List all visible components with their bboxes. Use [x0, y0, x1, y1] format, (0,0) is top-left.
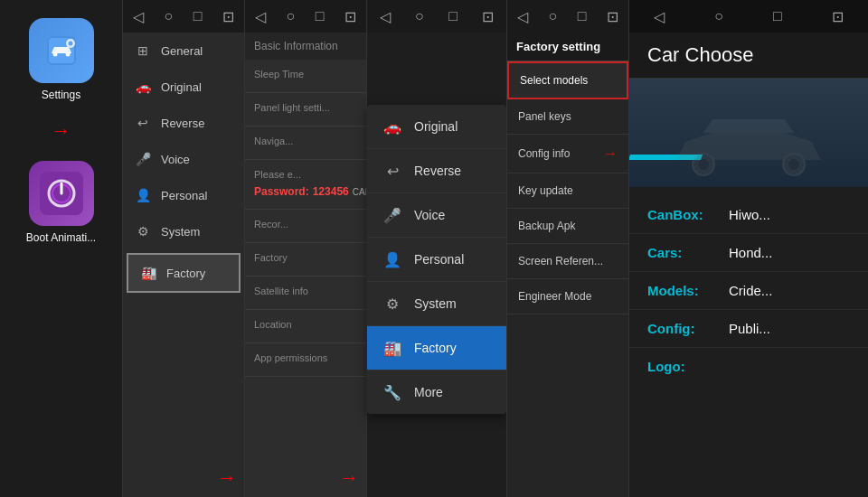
factory-icon-d: 🏭 [382, 337, 403, 359]
factory-engineer-mode[interactable]: Engineer Mode [507, 279, 628, 314]
back-icon-6[interactable]: ◁ [654, 8, 665, 25]
car-icon: 🚗 [382, 116, 403, 137]
personal-icon-d: 👤 [382, 248, 403, 270]
svg-point-5 [68, 42, 72, 46]
arrow-2: → [217, 466, 237, 490]
recent-icon-6[interactable]: □ [773, 8, 782, 24]
menu-reverse[interactable]: ↩ Reverse [123, 105, 244, 141]
menu-personal[interactable]: 👤 Personal [123, 177, 244, 213]
logo-row: Logo: [629, 348, 868, 385]
config-key: Config: [647, 321, 720, 336]
status-icon-3: ⊡ [344, 8, 356, 25]
dropdown-system[interactable]: ⚙ System [367, 282, 506, 326]
record-label: Recor... [254, 219, 357, 230]
navigate-row: Naviga... [245, 127, 366, 160]
settings-app[interactable]: Settings [29, 18, 94, 101]
boot-label: Boot Animati... [26, 231, 96, 244]
nav-bar-5: ◁ ○ □ ⊡ [507, 0, 628, 33]
menu-system[interactable]: ⚙ System [123, 213, 244, 249]
dropdown-more-label: More [414, 385, 443, 399]
menu-general[interactable]: ⊞ General [123, 33, 244, 69]
factory-label-3: Factory [254, 252, 357, 263]
sleep-time-row: Sleep Time [245, 60, 366, 93]
basic-info-title: Basic Information [254, 40, 338, 52]
dropdown-factory-label: Factory [414, 341, 457, 355]
svg-point-12 [698, 159, 709, 170]
dropdown-original[interactable]: 🚗 Original [367, 105, 506, 149]
svg-point-2 [52, 52, 57, 57]
factory-key-update[interactable]: Key update [507, 173, 628, 209]
models-key: Models: [647, 283, 720, 298]
home-icon-6[interactable]: ○ [714, 8, 723, 24]
password-value: 123456 [313, 185, 349, 198]
menu-icon-2[interactable]: ⊡ [222, 8, 234, 25]
screen-ref-label: Screen Referen... [518, 255, 603, 267]
menu-original[interactable]: 🚗 Original [123, 69, 244, 105]
svg-point-3 [65, 52, 70, 57]
factory-config-info[interactable]: Config info → [507, 135, 628, 173]
settings-app-icon[interactable] [29, 18, 94, 83]
please-label: Please e... [254, 169, 357, 180]
menu-voice[interactable]: 🎤 Voice [123, 141, 244, 177]
menu-factory[interactable]: 🏭 Factory [127, 253, 241, 293]
password-label: Password: [254, 185, 309, 198]
car-choose-panel: ◁ ○ □ ⊡ Car Choose CanBox: Hiwo... Cars:… [628, 0, 868, 497]
menu-original-label: Original [161, 80, 202, 94]
app-permissions-row: App permissions [245, 343, 366, 377]
canbox-row: CanBox: Hiwo... [629, 196, 868, 234]
home-icon-5[interactable]: ○ [549, 8, 558, 24]
back-icon-4[interactable]: ◁ [380, 8, 391, 25]
general-icon: ⊞ [134, 42, 152, 60]
sleep-time-label: Sleep Time [254, 69, 357, 80]
dropdown-personal[interactable]: 👤 Personal [367, 238, 506, 282]
personal-icon: 👤 [134, 186, 152, 204]
please-row: Please e... Password: 123456 CAN [245, 160, 366, 210]
voice-icon: 🎤 [134, 150, 152, 168]
system-icon: ⚙ [134, 222, 152, 240]
recent-icon-5[interactable]: □ [578, 8, 587, 24]
recent-icon-2[interactable]: □ [193, 8, 203, 24]
factory-backup-apk[interactable]: Backup Apk [507, 209, 628, 244]
factory-settings-header: Factory setting [507, 33, 628, 61]
back-icon-5[interactable]: ◁ [517, 8, 528, 25]
factory-screen-ref[interactable]: Screen Referen... [507, 244, 628, 279]
original-icon: 🚗 [134, 78, 152, 96]
app-drawer: Settings → Boot Animati... [0, 0, 122, 497]
recent-icon-4[interactable]: □ [448, 8, 458, 24]
recent-icon-3[interactable]: □ [316, 8, 325, 24]
back-icon-3[interactable]: ◁ [255, 8, 266, 25]
system-icon-d: ⚙ [382, 293, 403, 314]
home-icon-2[interactable]: ○ [165, 8, 174, 24]
status-icon-4: ⊡ [482, 8, 494, 25]
basic-info-header: Basic Information [245, 33, 366, 60]
backup-apk-label: Backup Apk [518, 220, 575, 232]
dropdown-reverse[interactable]: ↩ Reverse [367, 149, 506, 193]
menu-personal-label: Personal [161, 189, 207, 202]
dropdown-voice-label: Voice [414, 208, 445, 222]
satellite-label: Satellite info [254, 286, 357, 296]
factory-settings-panel: ◁ ○ □ ⊡ Factory setting Select models Pa… [506, 0, 628, 497]
factory-select-models[interactable]: Select models [507, 61, 628, 99]
reverse-icon: ↩ [134, 114, 152, 132]
settings-menu-panel: ◁ ○ □ ⊡ ⊞ General 🚗 Original ↩ Reverse 🎤… [122, 0, 244, 497]
dropdown-factory[interactable]: 🏭 Factory [367, 326, 506, 370]
models-row: Models: Cride... [629, 272, 868, 310]
dropdown-original-label: Original [414, 119, 458, 134]
config-row: Config: Publi... [629, 310, 868, 348]
dropdown-voice[interactable]: 🎤 Voice [367, 193, 506, 238]
nav-bar-6: ◁ ○ □ ⊡ [629, 0, 868, 33]
home-icon-4[interactable]: ○ [415, 8, 424, 24]
app-permissions-label: App permissions [254, 352, 357, 363]
boot-app-icon[interactable] [29, 161, 94, 226]
home-icon-3[interactable]: ○ [287, 8, 296, 24]
nav-bar-4: ◁ ○ □ ⊡ [367, 0, 506, 33]
car-info-list: CanBox: Hiwo... Cars: Hond... Models: Cr… [629, 187, 868, 497]
factory-row-3: Factory [245, 243, 366, 277]
voice-icon-d: 🎤 [382, 204, 403, 226]
factory-dropdown: 🚗 Original ↩ Reverse 🎤 Voice 👤 Personal … [367, 105, 506, 414]
dropdown-more[interactable]: 🔧 More [367, 370, 506, 414]
boot-app[interactable]: Boot Animati... [26, 161, 96, 244]
back-icon-2[interactable]: ◁ [133, 8, 144, 25]
factory-panel-keys[interactable]: Panel keys [507, 99, 628, 135]
reverse-icon-d: ↩ [382, 160, 403, 182]
